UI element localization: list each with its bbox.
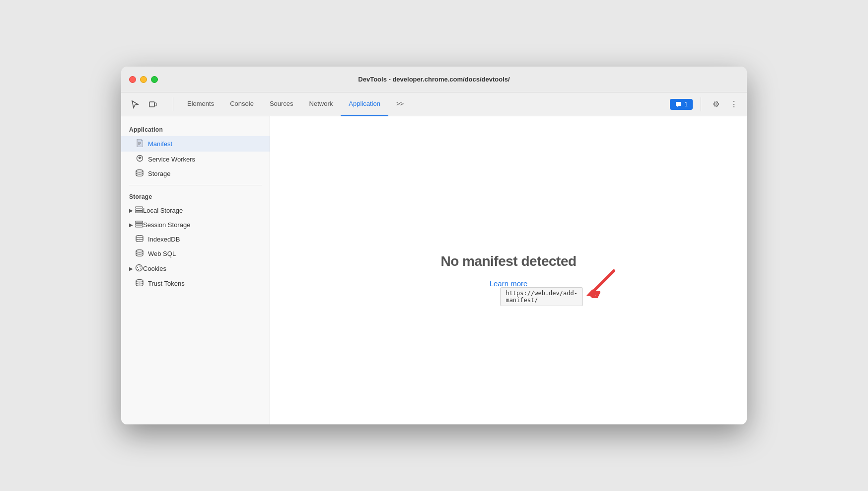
- minimize-button[interactable]: [140, 76, 147, 83]
- learn-more-link[interactable]: Learn more: [490, 279, 528, 288]
- sidebar-item-web-sql-label: Web SQL: [148, 250, 262, 257]
- tab-sources[interactable]: Sources: [262, 92, 301, 116]
- service-workers-icon: [135, 155, 144, 164]
- sidebar-divider-1: [129, 185, 262, 185]
- storage-icon: [135, 169, 144, 178]
- devtools-window: DevTools - developer.chrome.com/docs/dev…: [121, 67, 747, 424]
- window-title: DevTools - developer.chrome.com/docs/dev…: [358, 76, 509, 83]
- sidebar-item-cookies[interactable]: ▶ Cookies: [121, 261, 270, 276]
- device-toggle-icon: [148, 100, 157, 109]
- sidebar-item-indexeddb-label: IndexedDB: [148, 236, 262, 243]
- manifest-icon: [135, 139, 144, 149]
- svg-point-17: [137, 267, 138, 268]
- device-icon-btn[interactable]: [145, 96, 161, 112]
- local-storage-arrow: ▶: [129, 208, 133, 213]
- sidebar-item-sw-label: Service Workers: [148, 156, 262, 163]
- close-button[interactable]: [129, 76, 136, 83]
- tab-elements[interactable]: Elements: [179, 92, 222, 116]
- svg-rect-8: [136, 207, 143, 208]
- tab-more[interactable]: >>: [388, 92, 412, 116]
- notification-button[interactable]: 1: [670, 99, 693, 110]
- tab-application[interactable]: Application: [341, 92, 388, 116]
- sidebar-item-indexeddb[interactable]: IndexedDB: [121, 232, 270, 246]
- svg-point-6: [139, 158, 141, 159]
- main-content: Application Manifest: [121, 116, 747, 424]
- traffic-lights: [129, 76, 158, 83]
- sidebar-item-storage-label: Storage: [148, 170, 262, 177]
- cursor-icon: [131, 100, 140, 109]
- svg-point-19: [138, 269, 139, 270]
- session-storage-arrow: ▶: [129, 222, 133, 228]
- no-manifest-container: No manifest detected Learn more https://…: [440, 253, 576, 288]
- settings-button[interactable]: ⚙: [709, 97, 723, 111]
- sidebar-item-service-workers[interactable]: Service Workers: [121, 152, 270, 166]
- svg-rect-13: [136, 226, 143, 227]
- sidebar-item-cookies-label: Cookies: [143, 265, 166, 272]
- svg-point-14: [136, 236, 143, 238]
- svg-point-21: [136, 280, 143, 282]
- svg-point-15: [136, 250, 143, 252]
- svg-rect-12: [136, 224, 143, 225]
- notification-count: 1: [684, 101, 688, 108]
- sidebar-item-trust-tokens-label: Trust Tokens: [148, 280, 262, 287]
- cookies-arrow: ▶: [129, 266, 133, 271]
- maximize-button[interactable]: [151, 76, 158, 83]
- svg-rect-10: [136, 211, 143, 213]
- svg-point-16: [136, 265, 143, 271]
- svg-rect-9: [136, 209, 143, 211]
- sidebar-item-web-sql[interactable]: Web SQL: [121, 246, 270, 261]
- cookies-icon: [135, 264, 143, 273]
- more-options-button[interactable]: ⋮: [727, 97, 741, 111]
- url-tooltip: https://web.dev/add-manifest/: [500, 287, 583, 306]
- sidebar-section-storage: Storage: [121, 189, 270, 203]
- sidebar-item-session-storage[interactable]: ▶ Session Storage: [121, 218, 270, 232]
- sidebar-item-trust-tokens[interactable]: Trust Tokens: [121, 276, 270, 291]
- local-storage-icon: [135, 206, 143, 215]
- sidebar: Application Manifest: [121, 116, 270, 424]
- title-bar: DevTools - developer.chrome.com/docs/dev…: [121, 67, 747, 92]
- chat-icon: [675, 101, 682, 108]
- sidebar-item-session-storage-label: Session Storage: [143, 221, 190, 229]
- svg-rect-0: [149, 102, 154, 107]
- sidebar-section-application: Application: [121, 122, 270, 136]
- cursor-icon-btn[interactable]: [127, 96, 143, 112]
- sidebar-item-storage[interactable]: Storage: [121, 166, 270, 181]
- svg-rect-11: [136, 221, 143, 223]
- trust-tokens-icon: [135, 279, 144, 288]
- sidebar-item-local-storage[interactable]: ▶ Local Storage: [121, 203, 270, 218]
- svg-point-18: [140, 266, 141, 267]
- more-icon: ⋮: [730, 99, 738, 109]
- sidebar-item-local-storage-label: Local Storage: [143, 207, 183, 214]
- red-arrow-annotation: [581, 268, 616, 304]
- toolbar-divider: [173, 97, 173, 111]
- session-storage-icon: [135, 221, 143, 229]
- toolbar-right: 1 ⚙ ⋮: [670, 97, 741, 111]
- web-sql-icon: [135, 249, 144, 258]
- toolbar-divider-2: [701, 97, 701, 111]
- toolbar: Elements Console Sources Network Applica…: [121, 92, 747, 116]
- gear-icon: ⚙: [713, 99, 720, 109]
- sidebar-item-manifest[interactable]: Manifest: [121, 136, 270, 152]
- tabs-container: Elements Console Sources Network Applica…: [179, 92, 412, 116]
- no-manifest-title: No manifest detected: [440, 253, 576, 269]
- content-panel: No manifest detected Learn more https://…: [270, 116, 747, 424]
- tab-network[interactable]: Network: [301, 92, 341, 116]
- indexeddb-icon: [135, 235, 144, 244]
- toolbar-icons: [127, 96, 161, 112]
- sidebar-item-manifest-label: Manifest: [148, 140, 262, 148]
- svg-point-7: [136, 170, 143, 172]
- tab-console[interactable]: Console: [222, 92, 262, 116]
- svg-point-20: [140, 268, 141, 269]
